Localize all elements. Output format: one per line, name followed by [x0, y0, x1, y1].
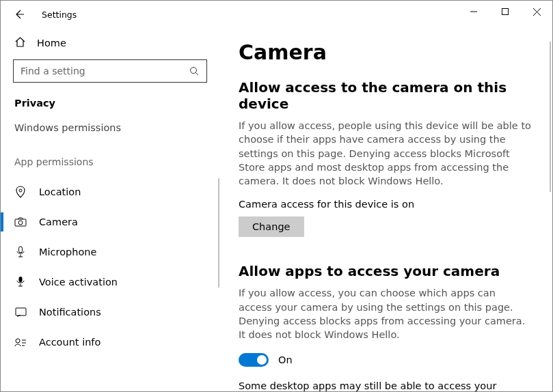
sidebar-item-voice-activation[interactable]: Voice activation	[1, 267, 219, 297]
sidebar-item-notifications[interactable]: Notifications	[1, 297, 219, 327]
home-label: Home	[37, 38, 66, 48]
sidebar-item-label: Voice activation	[39, 277, 118, 288]
notifications-icon	[14, 307, 27, 318]
search-placeholder: Find a setting	[21, 66, 189, 76]
sidebar: Home Find a setting Privacy Windows perm…	[1, 28, 219, 391]
svg-point-4	[191, 67, 197, 73]
section-heading-device-access: Allow access to the camera on this devic…	[239, 79, 532, 112]
home-button[interactable]: Home	[13, 32, 207, 59]
maximize-button[interactable]	[489, 1, 521, 23]
window-controls	[458, 1, 552, 23]
sidebar-item-label: Microphone	[39, 247, 96, 257]
group-app-permissions: App permissions	[14, 156, 207, 167]
svg-rect-9	[19, 247, 23, 253]
sidebar-item-account-info[interactable]: Account info	[1, 327, 219, 357]
arrow-left-icon	[14, 9, 25, 20]
category-privacy[interactable]: Privacy	[14, 98, 207, 109]
search-input[interactable]: Find a setting	[13, 59, 207, 83]
change-button[interactable]: Change	[239, 216, 304, 237]
section-body: If you allow access, people using this d…	[239, 119, 532, 188]
sidebar-item-label: Camera	[39, 216, 78, 227]
account-icon	[14, 337, 27, 347]
microphone-icon	[14, 246, 27, 258]
section-heading-app-access: Allow apps to access your camera	[239, 263, 532, 279]
maximize-icon	[502, 8, 509, 15]
main-scrollbar[interactable]	[550, 42, 551, 192]
desktop-apps-note: Some desktop apps may still be able to a…	[239, 379, 532, 391]
camera-icon	[14, 217, 27, 227]
svg-rect-10	[19, 277, 23, 282]
svg-rect-1	[502, 9, 509, 15]
minimize-icon	[470, 8, 477, 15]
svg-line-5	[196, 72, 199, 75]
sidebar-item-label: Account info	[39, 337, 100, 348]
back-button[interactable]	[13, 8, 25, 20]
minimize-button[interactable]	[458, 1, 489, 23]
sidebar-item-label: Location	[39, 186, 81, 197]
main-content: Camera Allow access to the camera on thi…	[219, 28, 552, 391]
device-access-status: Camera access for this device is on	[239, 199, 532, 210]
titlebar: Settings	[1, 1, 552, 28]
home-icon	[14, 36, 26, 50]
svg-rect-11	[16, 308, 26, 316]
close-icon	[533, 8, 541, 16]
sidebar-item-label: Notifications	[39, 307, 101, 318]
svg-point-8	[18, 221, 23, 225]
subcategory-windows-permissions[interactable]: Windows permissions	[14, 122, 207, 133]
toggle-label: On	[278, 354, 293, 365]
svg-point-12	[16, 339, 20, 343]
sidebar-item-location[interactable]: Location	[1, 177, 219, 207]
sidebar-item-microphone[interactable]: Microphone	[1, 237, 219, 267]
voice-icon	[14, 276, 27, 288]
close-button[interactable]	[521, 1, 552, 23]
location-icon	[14, 186, 27, 198]
window-title: Settings	[42, 10, 77, 20]
sidebar-item-camera[interactable]: Camera	[1, 207, 219, 237]
search-icon	[189, 66, 200, 76]
page-title: Camera	[239, 40, 532, 64]
svg-point-6	[19, 189, 22, 192]
section-body: If you allow access, you can choose whic…	[239, 286, 532, 341]
app-access-toggle[interactable]	[239, 353, 269, 367]
